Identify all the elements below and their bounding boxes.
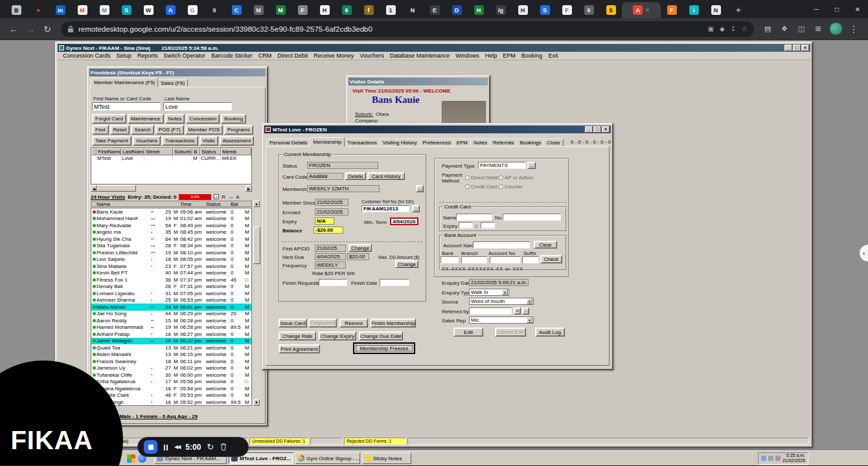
change-expiry-button[interactable]: Change Expiry (319, 331, 356, 340)
reload-button[interactable]: ↻ (39, 21, 56, 38)
frontdesk-button[interactable]: Booking (221, 114, 246, 124)
browser-tab[interactable]: N × (705, 2, 727, 18)
menu-item[interactable]: Switch Operator (161, 52, 209, 59)
menu-item[interactable]: Database Maintenance (387, 52, 453, 59)
restart-button[interactable]: ↻ (207, 442, 214, 452)
visit-row[interactable]: Hyung Sik Cha ▪▪ 64 M 08:42 pm welcome 0… (91, 236, 251, 243)
browser-tab[interactable]: M × (269, 2, 291, 18)
window-close-button[interactable]: ✕ (847, 0, 868, 18)
visits-scrollbar[interactable]: ▲ ▼ (253, 201, 260, 406)
browser-tab[interactable]: ● × (27, 2, 49, 18)
browser-tab[interactable]: H × (512, 2, 534, 18)
chevron-down-icon[interactable]: ▼ (527, 298, 532, 304)
frontdesk-button[interactable]: Member POS (185, 125, 223, 135)
direct-debit-radio[interactable] (465, 175, 470, 180)
browser-tab[interactable]: f × (358, 2, 380, 18)
back-button[interactable]: ← (5, 21, 22, 38)
dd-forms-alert[interactable]: Rejected DD Forms: 1 (344, 438, 406, 445)
dd-failures-alert[interactable]: Unresolved DD Failures: 1 (249, 438, 309, 445)
scrollbar-thumb[interactable] (97, 185, 136, 192)
frontdesk-button[interactable]: Forgot Card (92, 114, 126, 124)
dialog-tab[interactable]: Membership (310, 137, 345, 147)
picture-in-picture-icon[interactable]: ▣ (707, 25, 713, 32)
scrollbar-thumb[interactable] (253, 227, 260, 264)
cc-name-field[interactable] (456, 214, 492, 221)
browser-tab[interactable]: ≣ × (5, 2, 27, 18)
visit-row[interactable]: Hamed Mohammadi ▪▪ 19 M 06:28 pm welcome… (91, 324, 251, 331)
issue-card-button[interactable]: Issue Card (279, 318, 307, 327)
menu-item[interactable]: Barcode Sticker (209, 52, 255, 59)
visit-row[interactable]: Fitness Fox 1 36 M 07:37 pm welcome 45 □ (91, 276, 251, 283)
dialog-maximize-button[interactable]: □ (593, 126, 601, 133)
browser-tab[interactable]: F × (556, 2, 578, 18)
change-apdd-button[interactable]: Change (348, 244, 372, 252)
apps-grid-icon[interactable]: ⊞ (810, 21, 827, 38)
browser-tab[interactable]: 0 × (203, 2, 225, 18)
grid-header-cell[interactable]: FirstName (97, 148, 121, 155)
pause-button[interactable] (163, 441, 168, 453)
visit-row[interactable]: Francis Swanney 18 M 06:11 pm welcome 0 … (91, 358, 251, 365)
browser-tab[interactable]: G × (181, 2, 203, 18)
frontdesk-button[interactable]: Find (92, 125, 109, 135)
extensions-puzzle-icon[interactable]: ❖ (776, 21, 793, 38)
visit-row[interactable]: Lomani Ligavatu ▪ 31 M 07:05 pm welcome … (91, 290, 251, 297)
app-minimize-button[interactable]: _ (784, 45, 792, 51)
browser-tab[interactable]: C × (225, 2, 247, 18)
browser-tab[interactable]: $ × (600, 2, 622, 18)
r-checkbox[interactable]: ✓ (214, 194, 219, 199)
bank-field[interactable] (440, 256, 459, 263)
name-column-header[interactable]: Name (97, 201, 151, 207)
browser-tab[interactable]: H × (468, 2, 490, 18)
browser-tab[interactable]: A × (622, 2, 661, 18)
menu-item[interactable]: Exit (545, 52, 560, 59)
finish-membership-button[interactable]: Finish Membership (371, 318, 416, 327)
frontdesk-button[interactable]: Maintenance (128, 114, 164, 124)
visit-row[interactable]: Michelle Clark ▪ 46 F 05:53 pm welcome 0… (91, 392, 251, 399)
forward-button[interactable]: → (22, 21, 39, 38)
chevron-down-icon[interactable]: ▼ (502, 289, 508, 295)
grid-horizontal-scrollbar[interactable]: ◀ ▶ (91, 185, 252, 192)
bookmark-star-icon[interactable]: ☆ (742, 25, 748, 32)
menu-item[interactable]: CRM (256, 52, 275, 59)
window-minimize-button[interactable]: ─ (806, 0, 827, 18)
app-maximize-button[interactable]: □ (793, 45, 801, 51)
browser-tab[interactable]: 6 × (578, 2, 600, 18)
frontdesk-button[interactable]: Concession (186, 114, 220, 124)
side-panel-icon[interactable]: ▤ (759, 21, 776, 38)
delete-recording-icon[interactable] (220, 443, 227, 451)
grid-header-cell[interactable] (91, 148, 97, 155)
referred-remove-button[interactable]: - (522, 307, 529, 315)
browser-tab[interactable]: F × (291, 2, 314, 18)
menu-item[interactable]: Booking (519, 52, 545, 59)
taskbar-button[interactable]: Sticky Notes (362, 452, 411, 464)
frontdesk-button[interactable]: Notes (165, 114, 185, 124)
counter-radio[interactable] (499, 184, 503, 189)
window-maximize-button[interactable]: □ (827, 0, 847, 18)
browser-tab[interactable]: in × (49, 2, 71, 18)
visit-row[interactable]: Jameson Uy ▪ 27 M 06:02 pm welcome 0 M (91, 365, 251, 372)
browser-tab[interactable]: i × (683, 2, 705, 18)
fingerprint-button[interactable]: Fingerprint (308, 318, 337, 327)
menu-item[interactable]: Setup (114, 52, 135, 59)
visit-row[interactable]: Hardi Singh ▪ 16 M 05:52 pm welcome 99.5… (91, 399, 251, 406)
first-name-input[interactable] (92, 102, 161, 111)
payment-type-more-button[interactable]: ... (527, 162, 536, 169)
visit-row[interactable]: Jamie Widagdo ▪▪ 16 M 06:22 pm welcome 0… (91, 338, 251, 345)
visit-row[interactable]: Johana Ngataierua 16 F 05:54 pm welcome … (91, 385, 251, 392)
account-name-field[interactable] (473, 241, 530, 249)
visit-row[interactable]: Maliu Ma'asi ▪▪ 34 M 06:41 pm welcome 0 … (91, 304, 251, 311)
visit-row[interactable]: Arihant Pratap ▪ 16 M 06:27 pm welcome 0… (91, 331, 251, 338)
app-close-button[interactable]: × (801, 45, 809, 51)
last-name-input[interactable] (163, 102, 232, 111)
dialog-close-button[interactable]: × (602, 126, 610, 133)
visit-row[interactable]: Ashneel Sharma ▪ 25 M 06:53 pm welcome 0… (91, 297, 251, 304)
browser-tab[interactable]: A × (159, 2, 181, 18)
browser-tab[interactable]: E × (424, 2, 446, 18)
credit-card-radio[interactable] (465, 184, 470, 189)
frontdesk-tab[interactable]: Member Maintenance (F5) (91, 78, 158, 87)
status-column-header[interactable]: Status (206, 201, 231, 207)
visit-row[interactable]: Sina Mataele ▪ 23 F 07:57 pm welcome 0 M (91, 263, 251, 270)
address-bar[interactable]: remotedesktop.google.com/u/2/access/sess… (61, 21, 754, 37)
suffix-field[interactable] (522, 256, 539, 263)
frontdesk-button[interactable]: Reset (110, 125, 130, 135)
